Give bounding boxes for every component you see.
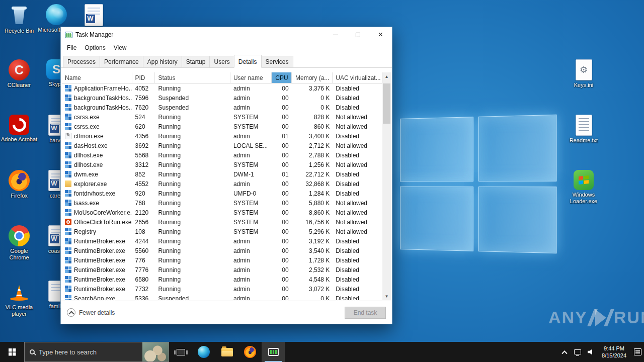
desktop-icon[interactable]: VLC media player	[0, 278, 38, 333]
network-tray-button[interactable]	[571, 342, 584, 362]
process-row[interactable]: explorer.exe 4552 Running admin 00 32,86…	[62, 179, 382, 189]
process-memory: 0 K	[292, 95, 333, 102]
process-name: OfficeClickToRun.exe	[74, 219, 132, 226]
minimize-button[interactable]	[324, 27, 347, 42]
process-row[interactable]: RuntimeBroker.exe 4244 Running admin 00 …	[62, 236, 382, 246]
process-row[interactable]: fontdrvhost.exe 920 Running UMFD-0 00 1,…	[62, 189, 382, 198]
process-row[interactable]: RuntimeBroker.exe 7732 Running admin 00 …	[62, 284, 382, 294]
show-hidden-icons-button[interactable]	[558, 342, 571, 362]
desktop-icon[interactable]: Firefox	[0, 167, 38, 222]
volume-tray-button[interactable]	[584, 342, 597, 362]
process-row[interactable]: dllhost.exe 5568 Running admin 00 2,788 …	[62, 150, 382, 160]
menu-item[interactable]: View	[110, 43, 131, 52]
process-row[interactable]: backgroundTaskHos... 7596 Suspended admi…	[62, 93, 382, 103]
process-pid: 3312	[132, 161, 155, 168]
tab[interactable]: Processes	[63, 56, 100, 68]
bing-daily-image[interactable]	[142, 342, 169, 361]
scrollbar-thumb[interactable]	[383, 83, 390, 124]
desktop-icon[interactable]: Google Chrome	[0, 222, 38, 278]
taskbar-task-manager-button[interactable]	[262, 342, 285, 362]
process-uac: Disabled	[333, 295, 382, 301]
column-header-cpu[interactable]: CPU	[272, 72, 292, 83]
process-row[interactable]: ctfmon.exe 4356 Running admin 01 3,400 K…	[62, 131, 382, 141]
desktop-icon[interactable]: Keys.ini	[565, 56, 603, 112]
process-row[interactable]: dasHost.exe 3692 Running LOCAL SE... 00 …	[62, 141, 382, 150]
maximize-button[interactable]	[347, 27, 369, 42]
process-row[interactable]: MoUsoCoreWorker.e... 2120 Running SYSTEM…	[62, 208, 382, 217]
taskbar-edge-button[interactable]	[192, 342, 215, 362]
desktop-icon[interactable]: Adobe Acrobat	[0, 112, 38, 167]
desktop-icon-image	[9, 59, 30, 80]
process-row[interactable]: Registry 108 Running SYSTEM 00 5,296 K N…	[62, 227, 382, 236]
process-name: backgroundTaskHos...	[74, 95, 132, 102]
column-header-pid[interactable]: PID	[132, 72, 155, 83]
process-row[interactable]: RuntimeBroker.exe 7776 Running admin 00 …	[62, 265, 382, 275]
tab[interactable]: Users	[209, 56, 234, 68]
process-name: RuntimeBroker.exe	[74, 266, 125, 274]
process-pid: 4052	[132, 85, 155, 92]
vertical-scrollbar[interactable]: ▲ ▼	[382, 72, 391, 300]
taskbar-clock[interactable]: 9:44 PM 8/15/2024	[597, 345, 631, 359]
process-uac: Disabled	[333, 95, 382, 102]
column-header-status[interactable]: Status	[155, 72, 230, 83]
process-status: Running	[155, 190, 230, 197]
process-icon	[65, 247, 71, 254]
task-view-button[interactable]	[169, 342, 192, 362]
tab[interactable]: Performance	[100, 56, 143, 68]
process-pid: 920	[132, 190, 155, 197]
title-bar[interactable]: Task Manager ×	[61, 27, 392, 42]
search-input[interactable]	[39, 348, 138, 356]
fewer-details-button[interactable]: Fewer details	[67, 308, 115, 317]
process-row[interactable]: RuntimeBroker.exe 6580 Running admin 00 …	[62, 275, 382, 284]
desktop-icon[interactable]: Recycle Bin	[0, 1, 38, 56]
taskbar-search[interactable]	[24, 342, 169, 362]
menu-item[interactable]: Options	[80, 43, 109, 52]
process-row[interactable]: dllhost.exe 3312 Running SYSTEM 00 1,256…	[62, 160, 382, 169]
taskbar-firefox-button[interactable]	[238, 342, 262, 362]
process-memory: 828 K	[292, 114, 333, 121]
tab[interactable]: App history	[143, 56, 182, 68]
process-row[interactable]: RuntimeBroker.exe 5560 Running admin 00 …	[62, 246, 382, 255]
process-name: SearchApp.exe	[74, 295, 115, 301]
column-header-memory[interactable]: Memory (a...	[292, 72, 333, 83]
network-icon	[574, 349, 581, 354]
menu-bar: File Options View	[61, 42, 392, 53]
close-button[interactable]: ×	[369, 27, 392, 42]
scroll-down-icon[interactable]: ▼	[382, 292, 391, 300]
process-pid: 7776	[132, 266, 155, 274]
action-center-button[interactable]	[631, 342, 644, 362]
menu-item[interactable]: File	[63, 43, 80, 52]
anyrun-watermark-text-right: RUN	[614, 308, 644, 327]
process-row[interactable]: lsass.exe 768 Running SYSTEM 00 5,880 K …	[62, 198, 382, 208]
scroll-up-icon[interactable]: ▲	[382, 72, 391, 80]
column-header-uac[interactable]: UAC virtualizat...	[333, 72, 382, 83]
process-row[interactable]: csrss.exe 620 Running SYSTEM 00 860 K No…	[62, 122, 382, 131]
column-header-user[interactable]: User name	[230, 72, 272, 83]
tab[interactable]: Details	[234, 55, 262, 68]
process-row[interactable]: SearchApp.exe 5336 Suspended admin 00 0 …	[62, 294, 382, 300]
process-memory: 5,880 K	[292, 200, 333, 207]
process-status: Running	[155, 209, 230, 216]
process-row[interactable]: RuntimeBroker.exe 776 Running admin 00 1…	[62, 255, 382, 265]
process-memory: 22,712 K	[292, 171, 333, 178]
process-status: Running	[155, 238, 230, 245]
process-memory: 3,376 K	[292, 85, 333, 92]
desktop-icon-label: CCleaner	[8, 82, 31, 88]
desktop-icon[interactable]: Windows Loader.exe	[565, 167, 603, 222]
process-pid: 5336	[132, 295, 155, 301]
start-button[interactable]	[0, 342, 24, 362]
process-cpu: 00	[272, 276, 292, 283]
process-status: Running	[155, 152, 230, 159]
process-row[interactable]: dwm.exe 852 Running DWM-1 01 22,712 K Di…	[62, 169, 382, 179]
column-header-name[interactable]: Name	[62, 72, 132, 83]
process-row[interactable]: ApplicationFrameHo... 4052 Running admin…	[62, 83, 382, 93]
end-task-button[interactable]: End task	[345, 307, 386, 319]
tab[interactable]: Startup	[182, 56, 210, 68]
process-row[interactable]: csrss.exe 524 Running SYSTEM 00 828 K No…	[62, 112, 382, 122]
process-row[interactable]: backgroundTaskHos... 7620 Suspended admi…	[62, 103, 382, 112]
desktop-icon[interactable]: CCleaner	[0, 56, 38, 112]
tab[interactable]: Services	[261, 56, 293, 68]
desktop-icon[interactable]: Readme.txt	[565, 112, 603, 167]
taskbar-explorer-button[interactable]	[215, 342, 238, 362]
process-row[interactable]: OfficeClickToRun.exe 2656 Running SYSTEM…	[62, 217, 382, 227]
